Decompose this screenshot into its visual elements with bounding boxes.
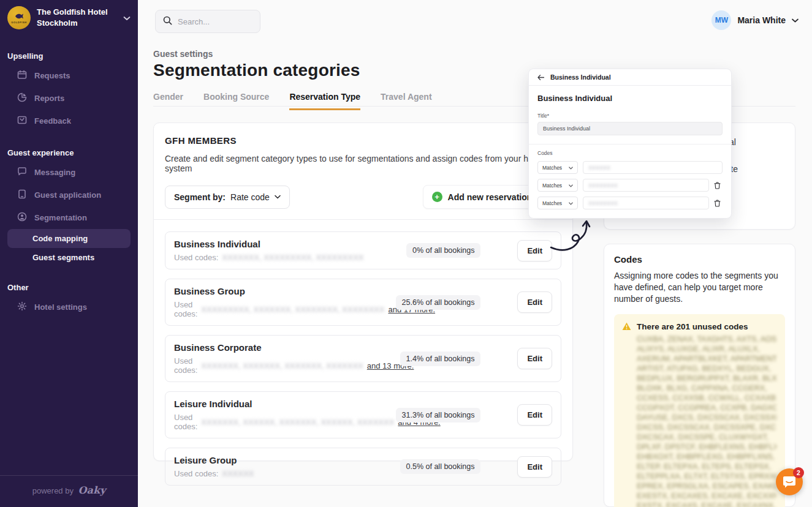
search-input[interactable]: Search... (155, 10, 260, 33)
code-rule-row: Matches XXXXXXXX (537, 179, 723, 192)
unused-codes-redacted: CUXBA, ZENAX, TAXGHTS, AXTS, AOSPEC, ALI… (637, 334, 776, 507)
page-title: Segmentation categories (153, 61, 360, 80)
edit-button[interactable]: Edit (517, 291, 552, 313)
sidebar-section-guest-experience: Guest experience (7, 148, 131, 157)
sidebar-item-guest-segments[interactable]: Guest segments (7, 248, 131, 267)
calendar-icon (17, 70, 27, 81)
segment-by-label: Segment by: (174, 192, 226, 202)
redacted-codes: XXXXXXX, XXXXXXXXX, XXXXXXXXX (222, 253, 363, 262)
segment-name: Business Corporate (174, 342, 400, 353)
user-menu[interactable]: MW Maria White (711, 10, 799, 30)
members-card: GFH MEMBERS Create and edit segment cate… (153, 122, 573, 461)
sidebar-item-label: Segmentation (34, 213, 87, 222)
sidebar-item-label: Guest application (34, 190, 101, 200)
members-card-title: GFH MEMBERS (165, 135, 561, 146)
tab-gender[interactable]: Gender (153, 92, 183, 110)
operator-value: Matches (542, 200, 562, 206)
oaky-logo: Oaky (78, 484, 106, 496)
user-name: Maria White (737, 15, 786, 25)
trash-icon[interactable] (714, 182, 723, 189)
hotel-name: The Goldfish Hotel Stockholm (37, 7, 117, 28)
warning-title: There are 201 unused codes (637, 322, 776, 331)
used-codes-label: Used codes: (174, 300, 197, 318)
sidebar-section-other: Other (7, 283, 131, 292)
tab-booking-source[interactable]: Booking Source (203, 92, 269, 110)
hand-drawn-arrow (547, 212, 598, 256)
codes-label: Codes (537, 150, 723, 156)
code-value-field[interactable]: XXXXXX (583, 161, 723, 174)
sidebar-footer: powered by Oaky (0, 475, 138, 507)
bookings-share-badge: 1.4% of all bookings (400, 351, 481, 366)
sidebar-section-upselling: Upselling (7, 51, 131, 61)
used-codes-label: Used codes: (174, 253, 218, 262)
warning-icon (622, 322, 631, 507)
segment-by-dropdown[interactable]: Segment by: Rate code (165, 186, 290, 209)
code-rule-row: Matches XXXXXX (537, 161, 723, 174)
sidebar-item-hotel-settings[interactable]: Hotel settings (7, 296, 131, 318)
operator-value: Matches (542, 182, 562, 189)
sidebar-item-guest-application[interactable]: Guest application (7, 184, 131, 206)
redacted-codes: XXXXXXXXX, XXXXXXX, XXXXXXXX, XXXXXXXX (201, 305, 384, 314)
segment-row-business-corporate: Business Corporate Used codes:XXXXXXX, X… (165, 335, 561, 382)
sidebar-item-requests[interactable]: Requests (7, 64, 131, 87)
divider (529, 144, 731, 145)
code-value-field[interactable]: XXXXXXXX (583, 197, 709, 209)
hotel-logo: GOLDFISH (7, 6, 31, 29)
sidebar-item-reports[interactable]: Reports (7, 87, 131, 110)
chat-unread-badge: 2 (793, 467, 804, 478)
used-codes-label: Used codes: (174, 413, 197, 431)
sidebar-item-code-mapping[interactable]: Code mapping (7, 229, 131, 248)
sidebar-item-feedback[interactable]: Feedback (7, 110, 131, 132)
sidebar-item-messaging[interactable]: Messaging (7, 161, 131, 184)
search-icon (163, 16, 172, 28)
segment-row-leisure-group: Leisure Group Used codes:XXXXXX 0.5% of … (165, 448, 561, 486)
code-value-field[interactable]: XXXXXXXX (583, 179, 709, 192)
segment-name: Leisure Group (174, 455, 400, 465)
search-placeholder: Search... (178, 17, 210, 26)
title-field-label: Title* (537, 113, 723, 119)
redacted-codes: XXXXXX (222, 469, 254, 478)
segment-row-business-individual: Business Individual Used codes:XXXXXXX, … (165, 231, 561, 269)
edit-button[interactable]: Edit (517, 348, 552, 369)
codes-card: Codes Assigning more codes to the segmen… (604, 244, 795, 507)
edit-segment-popup: Business Individual Business Individual … (528, 69, 732, 219)
unused-codes-warning: There are 201 unused codes CUXBA, ZENAX,… (614, 314, 785, 507)
code-rule-row: Matches XXXXXXXX (537, 197, 723, 209)
feedback-icon (17, 115, 27, 127)
trash-icon[interactable] (714, 200, 723, 207)
hotel-switcher[interactable]: GOLDFISH The Goldfish Hotel Stockholm (0, 0, 138, 36)
edit-button[interactable]: Edit (517, 404, 552, 426)
bookings-share-badge: 25.6% of all bookings (396, 295, 481, 310)
chat-bubble-icon (783, 476, 796, 489)
segment-list: Business Individual Used codes:XXXXXXX, … (165, 231, 561, 486)
sidebar-item-label: Messaging (34, 168, 75, 177)
back-arrow-icon[interactable] (537, 75, 544, 80)
popup-back-label[interactable]: Business Individual (550, 73, 611, 81)
segment-row-business-group: Business Group Used codes:XXXXXXXXX, XXX… (165, 279, 561, 326)
segment-name: Business Individual (174, 239, 406, 249)
segment-name: Business Group (174, 286, 396, 296)
tab-travel-agent[interactable]: Travel Agent (381, 92, 432, 110)
title-field[interactable]: Business Individual (537, 122, 723, 135)
tab-bar: Gender Booking Source Reservation Type T… (153, 92, 432, 110)
operator-select[interactable]: Matches (537, 161, 578, 174)
breadcrumb: Guest settings (153, 49, 213, 59)
tab-reservation-type[interactable]: Reservation Type (289, 92, 360, 110)
sidebar-item-segmentation[interactable]: Segmentation (7, 206, 131, 229)
plus-icon: + (432, 192, 442, 202)
operator-select[interactable]: Matches (537, 197, 578, 209)
pie-chart-icon (17, 92, 27, 104)
avatar: MW (711, 10, 731, 30)
chevron-down-icon (792, 18, 799, 23)
codes-card-title: Codes (614, 254, 785, 265)
operator-select[interactable]: Matches (537, 179, 578, 192)
sidebar-item-label: Hotel settings (34, 302, 87, 312)
edit-button[interactable]: Edit (517, 456, 552, 478)
sidebar-item-label: Reports (34, 94, 64, 103)
codes-card-body: Assigning more codes to the segments you… (614, 270, 785, 305)
bookings-share-badge: 0% of all bookings (406, 243, 480, 258)
sidebar-item-label: Feedback (34, 116, 71, 126)
bookings-share-badge: 0.5% of all bookings (400, 459, 481, 474)
members-card-description: Create and edit segment category types t… (165, 154, 561, 173)
segment-row-leisure-individual: Leisure Individual Used codes:XXXXXXX, X… (165, 391, 561, 438)
